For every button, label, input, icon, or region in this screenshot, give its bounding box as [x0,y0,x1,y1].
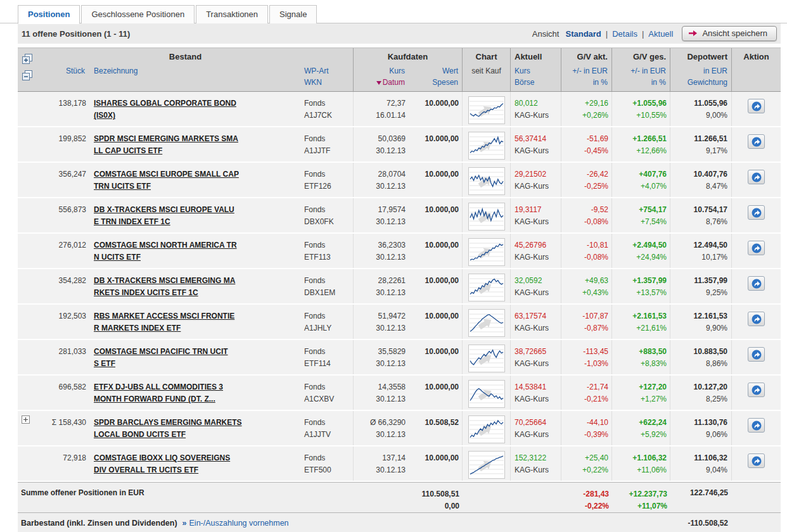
trade-action-button[interactable] [748,383,765,397]
chart-thumbnail[interactable] [468,167,505,195]
tab-geschlossene-positionen[interactable]: Geschlossene Positionen [81,5,195,23]
save-view-button[interactable]: Ansicht speichern [682,26,777,41]
deposit-withdraw-link[interactable]: Ein-/Auszahlung vornehmen [189,519,289,528]
gv-ges-eur-value: +1.357,99 [612,275,667,287]
aktuell-kurs-value: 19,3117 [515,204,561,216]
gv-akt-pct-value: +0,43% [561,287,608,299]
trade-action-button[interactable] [748,241,765,255]
view-option-details[interactable]: Details [612,29,637,39]
position-name-link[interactable]: ISHARES GLOBAL CORPORATE BOND (IS0X) [94,98,304,122]
wert-value: 10.000,00 [409,133,459,145]
header-seit-kauf: seit Kauf [463,65,511,91]
chart-thumbnail[interactable] [468,451,505,479]
gv-ges-pct-value: +13,57% [612,287,667,299]
gv-ges-pct-value: +5,92% [612,429,667,441]
gewichtung-value: 9,25% [670,287,727,299]
trade-arrow-icon [751,279,762,289]
aktuell-kurs-value: 63,17574 [515,310,561,322]
chart-thumbnail[interactable] [468,380,505,408]
wp-art-value: Fonds [304,452,353,464]
header-wp-art-wkn[interactable]: WP-ArtWKN [304,65,354,91]
boerse-value: KAG-Kurs [515,251,561,263]
sparkline-chart [469,452,504,478]
kauf-kurs-value: 50,0369 [354,133,406,145]
gv-akt-pct-value: -0,08% [561,216,608,228]
kauf-datum-value: 30.12.13 [354,429,406,441]
wert-value: 10.000,00 [409,239,459,251]
sparkline-chart [469,132,504,159]
header-depotwert-sub[interactable]: in EURGewichtung [670,65,732,91]
tab-positionen[interactable]: Positionen [18,5,80,24]
stueck-value: 356,247 [37,163,89,197]
wkn-value: A1JJTF [304,145,353,157]
collapse-all-icon[interactable] [22,70,32,80]
position-name-link[interactable]: RBS MARKET ACCESS MSCI FRONTIE R MARKETS… [94,310,304,334]
trade-action-button[interactable] [748,99,765,113]
position-name-link[interactable]: COMSTAGE MSCI EUROPE SMALL CAP TRN UCITS… [94,168,304,193]
header-gv-akt-sub[interactable]: +/- in EURin % [561,65,612,91]
kauf-datum-value: 30.12.13 [354,180,406,193]
boerse-value: KAG-Kurs [515,180,561,193]
trade-action-button[interactable] [748,453,765,468]
tab-transaktionen[interactable]: Transaktionen [196,5,268,23]
chart-thumbnail[interactable] [468,132,505,160]
kauf-datum-value: 30.12.13 [354,216,406,228]
view-separator: | [642,29,644,39]
expand-position-icon[interactable] [22,415,30,424]
trade-action-button[interactable] [748,418,765,433]
sparkline-chart [469,310,504,336]
position-name-link[interactable]: SPDR BARCLAYS EMERGING MARKETS LOCAL BON… [94,417,304,441]
gv-akt-pct-value: +0,22% [561,464,608,476]
table-row: Σ 158,430 SPDR BARCLAYS EMERGING MARKETS… [18,411,781,446]
trade-action-button[interactable] [748,205,765,220]
wp-art-value: Fonds [304,275,353,287]
chart-thumbnail[interactable] [468,309,505,337]
wkn-value: DBX0FK [304,216,353,228]
chart-thumbnail[interactable] [468,238,505,266]
chart-thumbnail[interactable] [468,345,505,372]
tab-signale[interactable]: Signale [269,5,317,23]
position-name-link[interactable]: SPDR MSCI EMERGING MARKETS SMA LL CAP UC… [94,133,304,157]
position-name-link[interactable]: DB X-TRACKERS MSCI EMERGING MA RKETS IND… [94,275,304,299]
stueck-value: 696,582 [37,376,89,410]
chart-thumbnail[interactable] [468,96,505,124]
chart-thumbnail[interactable] [468,415,505,443]
gv-akt-eur-value: -9,52 [561,204,608,216]
kauf-kurs-value: 28,0704 [354,168,406,180]
stueck-value: 199,852 [37,127,89,162]
gv-ges-eur-value: +127,20 [612,381,667,393]
gv-ges-eur-value: +1.266,51 [612,133,667,145]
trade-action-button[interactable] [748,170,765,184]
kauf-kurs-value: 72,37 [354,98,406,110]
header-bezeichnung[interactable]: Bezeichnung [89,65,304,91]
position-name-link[interactable]: COMSTAGE MSCI PACIFIC TRN UCIT S ETF [94,346,304,370]
header-gv-ges-sub[interactable]: +/- in EURin % [612,65,670,91]
table-row: 556,873 DB X-TRACKERS MSCI EUROPE VALU E… [18,198,781,234]
barbestand-value: -110.508,52 [670,513,732,532]
portfolio-page: PositionenGeschlossene PositionenTransak… [0,0,787,532]
header-stueck[interactable]: Stück [37,65,89,91]
sparkline-chart [469,168,504,194]
position-name-link[interactable]: COMSTAGE IBOXX LIQ SOVEREIGNS DIV OVERAL… [94,452,304,476]
view-option-aktuell[interactable]: Aktuell [648,29,673,39]
expand-all-icon[interactable] [22,54,32,64]
header-kurs-boerse[interactable]: KursBörse [511,65,561,91]
trade-action-button[interactable] [748,347,765,362]
chart-thumbnail[interactable] [468,203,505,231]
header-wert-spesen[interactable]: WertSpesen [409,65,463,91]
wp-art-value: Fonds [304,204,353,216]
position-name-link[interactable]: ETFX DJ-UBS ALL COMMODITIES 3 MONTH FORW… [94,381,304,405]
sparkline-chart [469,381,504,407]
chart-thumbnail[interactable] [468,274,505,301]
gv-akt-pct-value: +0,26% [561,110,608,122]
depotwert-value: 10.883,50 [670,346,727,358]
trade-action-button[interactable] [748,276,765,291]
header-kurs-datum[interactable]: Kurs Datum [354,65,409,91]
position-name-link[interactable]: COMSTAGE MSCI NORTH AMERICA TR N UCITS E… [94,239,304,263]
position-name-link[interactable]: DB X-TRACKERS MSCI EUROPE VALU E TRN IND… [94,204,304,228]
kauf-kurs-value: 137,14 [354,452,406,464]
wp-art-value: Fonds [304,239,353,251]
trade-action-button[interactable] [748,312,765,326]
tab-bar: PositionenGeschlossene PositionenTransak… [18,4,787,23]
trade-action-button[interactable] [748,134,765,149]
